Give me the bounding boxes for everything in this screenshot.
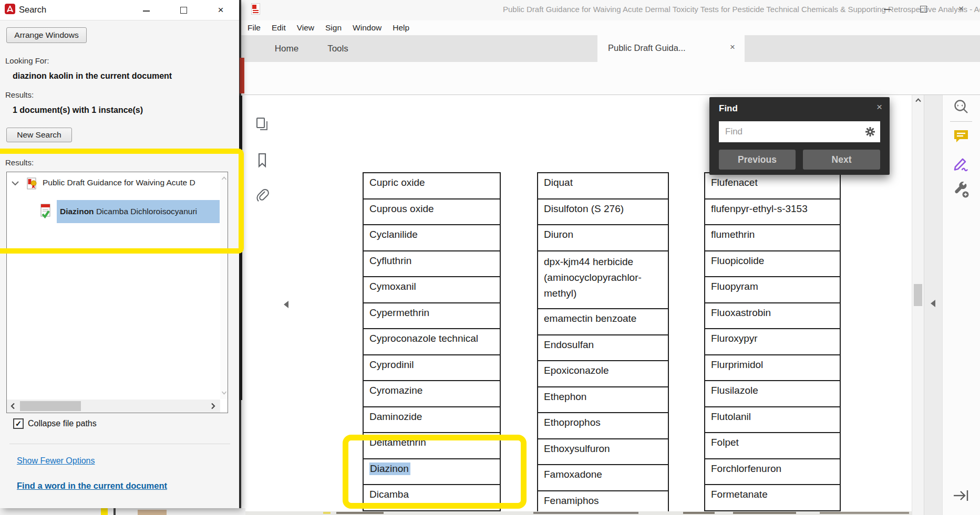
acrobat-titlebar: Public Draft Guidance for Waiving Acute … [239,0,980,20]
page-bottom-cutoff [245,511,912,515]
collapse-file-paths-checkbox[interactable]: ✓ [13,418,24,429]
find-dialog-title: Find [719,103,738,114]
menu-view[interactable]: View [297,23,314,33]
show-fewer-options-link[interactable]: Show Fewer Options [17,456,95,466]
tab-close-icon[interactable]: × [730,42,735,52]
search-maximize-button[interactable] [176,3,191,17]
acrobat-close-button[interactable]: × [952,2,970,16]
table-cell: Fluopicolide [705,250,840,277]
find-input[interactable] [719,121,880,142]
table-cell: Daminozide [364,406,500,433]
table-cell: Flufenacet [705,172,840,198]
table-cell: Cypermethrin [364,302,500,329]
tab-tools[interactable]: Tools [309,35,367,62]
document-scrollbar[interactable] [912,95,924,515]
collapse-left-pane-icon[interactable] [284,301,288,308]
menu-sign[interactable]: Sign [325,23,342,33]
new-search-button[interactable]: New Search [6,128,72,142]
table-cell: Cyfluthrin [364,250,500,277]
acrobat-minimize-button[interactable] [878,2,896,16]
table-cell: Forchlorfenuron [705,458,840,485]
results-summary: 1 document(s) with 1 instance(s) [13,106,143,115]
table-cell: Epoxiconazole [538,360,668,386]
table-cell: Flusilazole [705,380,840,406]
panel-divider [9,444,230,444]
table-cell: Diquat [538,172,668,198]
table-cell: Fluroxypyr [705,328,840,354]
table-cell: Flutolanil [705,406,840,433]
collapse-file-paths-label: Collapse file paths [28,419,97,428]
table-cell: flumethrin [705,224,840,250]
table-cell: Cyprodinil [364,354,500,381]
scroll-right-icon[interactable] [211,403,215,409]
scroll-down-icon[interactable] [221,391,227,395]
page-edge-behind-panel [239,0,245,508]
red-marks-behind-panel [240,58,244,93]
table-cell: Cupric oxide [364,172,500,198]
fill-sign-pen-icon[interactable] [952,154,971,173]
table-cell: Cymoxanil [364,276,500,302]
page-thumbnails-icon[interactable] [255,117,270,132]
export-open-icon[interactable] [952,486,971,505]
scrollbar-thumb[interactable] [914,284,922,306]
table-cell: Diuron [538,224,668,250]
table-cell: Flurprimidol [705,354,840,381]
table-cell: Disulfoton (S 276) [538,198,668,225]
results-label: Results: [5,90,34,99]
bookmarks-icon[interactable] [255,152,270,168]
table-cell: Ethephon [538,386,668,413]
table-cell: Formetanate [705,484,840,510]
looking-for-value: diazinon kaolin in the current document [13,71,172,81]
tab-document[interactable]: Public Draft Guida... × [597,35,745,62]
table-cell: emamectin benzoate [538,308,668,334]
table-cell: Cyclanilide [364,224,500,250]
marquee-zoom-icon[interactable] [952,98,971,117]
attachments-icon[interactable] [255,188,270,204]
menu-file[interactable]: File [247,23,261,33]
find-options-gear-icon[interactable] [864,126,876,138]
find-word-link[interactable]: Find a word in the current document [17,481,167,491]
menu-help[interactable]: Help [393,23,409,33]
table-cell: Cyromazine [364,380,500,406]
scroll-left-icon[interactable] [11,403,15,409]
search-close-button[interactable]: × [213,3,229,17]
screen: Public Draft Guidance for Waiving Acute … [0,0,980,515]
table-cell: Fluopyram [705,276,840,302]
acrobat-window-title: Public Draft Guidance for Waiving Acute … [503,5,980,14]
scrollbar-thumb[interactable] [20,401,81,411]
results-horizontal-scrollbar[interactable] [7,400,220,413]
find-dialog: Find × Previous Next [709,97,890,175]
table-cell: Cyproconazole technical [364,328,500,354]
find-close-icon[interactable]: × [876,101,882,113]
find-previous-button[interactable]: Previous [719,150,796,170]
table-cell: dpx-kjm44 herbicide (aminocyclopyrachlor… [538,250,668,309]
toolbar: / 8 83.8% ▾ ▾ ••• [239,62,980,95]
scroll-up-icon[interactable] [915,98,922,103]
document-pane: Cupric oxideCuprous oxideCyclanilideCyfl… [239,95,980,515]
annotation-highlight-box [343,435,527,509]
search-window: Search × Arrange Windows Looking For: di… [0,0,239,508]
tools-rail [942,95,980,515]
search-window-title: Search [19,5,46,15]
collapse-right-pane-icon[interactable] [931,300,935,307]
content-below-panel [0,508,245,515]
table-cell: Ethoprophos [538,412,668,438]
pdf-file-icon [251,3,260,15]
acrobat-maximize-button[interactable] [914,2,932,16]
looking-for-label: Looking For: [5,56,49,65]
find-next-button[interactable]: Next [803,150,880,170]
comment-icon[interactable] [952,127,971,145]
table-cell: Ethoxysulfuron [538,438,668,465]
menu-window[interactable]: Window [353,23,381,33]
search-minimize-button[interactable] [138,3,154,17]
rail-divider [950,121,972,122]
acrobat-logo-icon [5,4,15,14]
menu-edit[interactable]: Edit [272,23,286,33]
arrange-windows-button[interactable]: Arrange Windows [6,27,87,43]
tab-bar: Home Tools Public Draft Guida... × [239,35,980,62]
search-titlebar: Search × [0,0,239,20]
find-input-wrap [719,121,880,142]
pdf-table-column-2: DiquatDisulfoton (S 276)Diurondpx-kjm44 … [537,172,669,515]
add-tools-wrench-icon[interactable] [952,181,971,199]
table-cell: Famoxadone [538,464,668,490]
